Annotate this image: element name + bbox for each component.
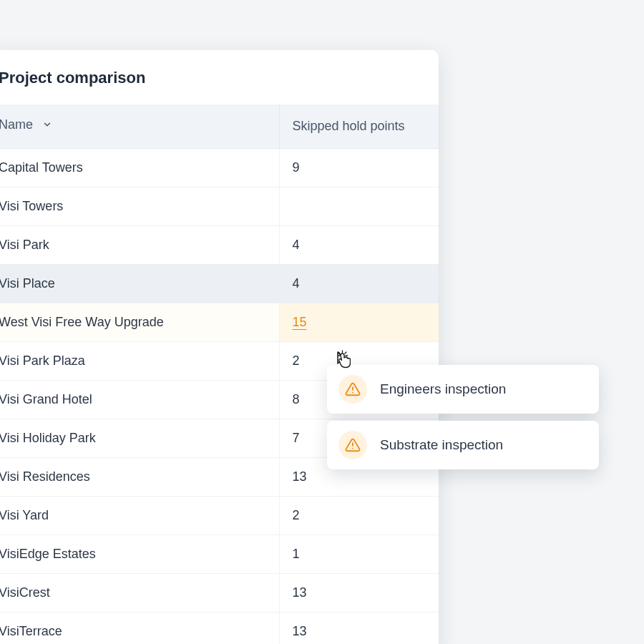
- skipped-points-cell: 13: [279, 574, 439, 613]
- table-row[interactable]: West Visi Free Way Upgrade15: [0, 303, 439, 342]
- column-header-name-label: Name: [0, 117, 33, 132]
- table-row[interactable]: Visi Yard2: [0, 497, 439, 535]
- table-header-row: Name Skipped hold points: [0, 104, 439, 149]
- chevron-down-icon: [42, 118, 52, 133]
- table-row[interactable]: Capital Towers9: [0, 149, 439, 187]
- skipped-points-link[interactable]: 15: [293, 315, 307, 329]
- skipped-points-cell: [279, 187, 439, 226]
- table-row[interactable]: Visi Park4: [0, 226, 439, 265]
- skipped-points-cell: 9: [279, 149, 439, 187]
- warning-icon: [338, 375, 367, 404]
- skipped-points-cell: 1: [279, 535, 439, 574]
- table-row[interactable]: Visi Place4: [0, 265, 439, 303]
- project-name-cell: West Visi Free Way Upgrade: [0, 303, 279, 342]
- project-name-cell: Visi Yard: [0, 497, 279, 535]
- table-row[interactable]: VisiEdge Estates1: [0, 535, 439, 574]
- table-row[interactable]: VisiTerrace13: [0, 613, 439, 644]
- skipped-points-cell: 2: [279, 497, 439, 535]
- project-name-cell: VisiEdge Estates: [0, 535, 279, 574]
- project-name-cell: Capital Towers: [0, 149, 279, 187]
- inspection-popover[interactable]: Substrate inspection: [327, 421, 599, 469]
- svg-line-6: [345, 352, 346, 353]
- column-header-points[interactable]: Skipped hold points: [279, 104, 439, 149]
- project-comparison-card: Project comparison Name Skipped hold poi…: [0, 50, 439, 644]
- card-title: Project comparison: [0, 50, 439, 104]
- skipped-points-cell: 13: [279, 613, 439, 644]
- project-name-cell: Visi Place: [0, 265, 279, 303]
- skipped-points-cell: 4: [279, 265, 439, 303]
- pointer-cursor-icon: [331, 348, 351, 372]
- table-row[interactable]: Visi Towers: [0, 187, 439, 226]
- popover-label: Engineers inspection: [380, 381, 506, 397]
- column-header-name[interactable]: Name: [0, 104, 279, 149]
- skipped-points-cell: 4: [279, 226, 439, 265]
- project-name-cell: Visi Residences: [0, 458, 279, 497]
- skipped-points-cell: 15: [279, 303, 439, 342]
- column-header-points-label: Skipped hold points: [293, 119, 405, 133]
- project-name-cell: Visi Holiday Park: [0, 419, 279, 458]
- table-row[interactable]: VisiCrest13: [0, 574, 439, 613]
- project-name-cell: Visi Grand Hotel: [0, 381, 279, 419]
- inspection-popover[interactable]: Engineers inspection: [327, 365, 599, 414]
- project-name-cell: Visi Park Plaza: [0, 342, 279, 381]
- warning-icon: [338, 431, 367, 459]
- project-name-cell: VisiCrest: [0, 574, 279, 613]
- project-name-cell: Visi Towers: [0, 187, 279, 226]
- popover-label: Substrate inspection: [380, 437, 503, 453]
- project-name-cell: VisiTerrace: [0, 613, 279, 644]
- project-name-cell: Visi Park: [0, 226, 279, 265]
